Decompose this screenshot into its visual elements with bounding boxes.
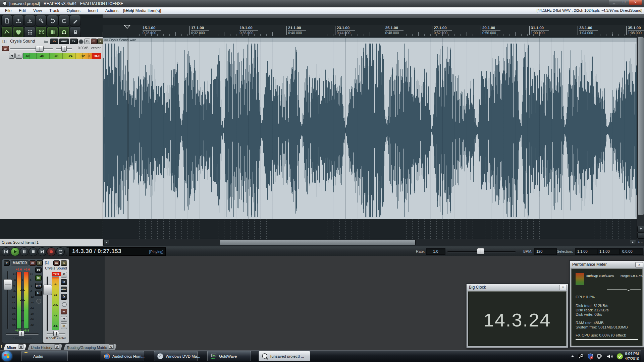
tab-routing-grouping-matrix[interactable]: Routing/Grouping Matrix✕ (63, 344, 117, 350)
go-to-end-button[interactable] (38, 247, 47, 256)
master-peak-left[interactable]: +3.6 (16, 268, 22, 271)
vertical-scrollbar[interactable]: + − (637, 36, 644, 239)
network-plug-icon[interactable] (597, 353, 603, 360)
menu-item[interactable]: View (30, 7, 46, 14)
master-help-button[interactable]: ? (4, 260, 10, 266)
track-env-button[interactable]: env (59, 39, 69, 44)
track-mute-button[interactable]: m (91, 39, 97, 44)
rate-field[interactable]: 1.0 (426, 248, 445, 255)
steam-icon[interactable] (578, 353, 584, 360)
record-arm-button[interactable] (78, 39, 84, 44)
taskbar-button-firefox[interactable]: Audioholics Hom... (101, 351, 144, 361)
master-solo-button[interactable]: s (36, 260, 43, 266)
volume-slider-thumb[interactable] (36, 46, 44, 52)
play-marker-icon[interactable] (124, 25, 130, 29)
edit-tool-button[interactable] (70, 15, 81, 26)
menu-item[interactable]: Options (63, 7, 84, 14)
master-env-button[interactable]: env (35, 283, 42, 289)
strip-io-button[interactable]: io (61, 279, 67, 285)
maximize-button[interactable]: ❐ (619, 0, 629, 5)
strip-arm-auto-button[interactable]: ar (61, 309, 67, 314)
project-settings-button[interactable] (36, 15, 47, 26)
selection-start-field[interactable]: 1.1.00 (575, 248, 598, 255)
strip-input-button[interactable]: in (61, 323, 67, 329)
master-fx-button[interactable]: fx (35, 291, 42, 296)
horizontal-scroll-thumb[interactable] (220, 240, 416, 245)
meter-peak-readout[interactable]: +0.0 (92, 53, 101, 59)
volume-icon[interactable] (606, 353, 613, 360)
menu-item[interactable]: File (1, 7, 15, 14)
tab-undo-history[interactable]: Undo History✕ (27, 344, 63, 350)
master-io-button[interactable]: io (35, 275, 42, 281)
horizontal-scrollbar[interactable]: ◄ ► (103, 239, 637, 246)
minimize-button[interactable]: ▁ (609, 0, 619, 5)
undo-button[interactable] (47, 15, 58, 26)
zoom-corner-buttons[interactable]: + − (637, 239, 644, 246)
pan-slider-thumb[interactable] (61, 46, 67, 52)
vertical-scroll-thumb[interactable] (638, 37, 644, 215)
menu-item[interactable]: Edit (15, 7, 30, 14)
zoom-out-vertical-button[interactable]: − (637, 232, 644, 239)
big-clock-titlebar[interactable]: Big Clock x (467, 284, 568, 291)
master-peak-right[interactable]: +3.6 (24, 268, 30, 271)
track-fx-button[interactable]: fx (70, 39, 78, 44)
play-button[interactable] (11, 247, 19, 256)
fx-cpu-use[interactable]: FX CPU use: 0.00% (0 effect) (576, 333, 626, 337)
save-project-button[interactable] (24, 15, 35, 26)
arrange-view[interactable]: << Crysis Sound.wav (103, 36, 637, 239)
track-name[interactable]: Crysis Sound (10, 39, 35, 44)
master-name[interactable]: MASTER (11, 260, 29, 265)
tab-mixer[interactable]: Mixer✕ (3, 344, 27, 350)
phase-button[interactable]: ⊘ (84, 39, 90, 44)
rate-slider-thumb[interactable] (477, 248, 484, 254)
selection-end-field[interactable]: 1.1.00 (597, 248, 620, 255)
strip-track-name[interactable]: Crysis Sound (43, 266, 69, 270)
big-clock-close-button[interactable]: x (559, 285, 567, 290)
cpu-usage[interactable]: CPU: 0.2% (576, 295, 595, 299)
new-project-button[interactable] (1, 15, 12, 26)
taskbar-button-goldwave[interactable]: GW GoldWave (207, 351, 251, 361)
zoom-in-vertical-button[interactable]: + (637, 226, 644, 232)
empty-track-space[interactable] (103, 219, 637, 239)
title-bar[interactable]: [unsaved project] - REAPER v3.4/x64 - EV… (0, 0, 644, 7)
antivirus-shield-icon[interactable] (587, 353, 593, 360)
track-solo-button[interactable]: s (97, 39, 103, 44)
time-display[interactable]: 14.3.30 / 0:27.153 [Playing] (69, 247, 166, 256)
strip-solo-button[interactable]: s (61, 260, 67, 266)
master-mute-button[interactable]: m (30, 260, 36, 266)
performance-meter-titlebar[interactable]: Performance Meter x (570, 261, 644, 268)
go-to-start-button[interactable] (2, 247, 10, 256)
strip-fx-button[interactable]: fx (61, 294, 67, 300)
docked-views-button[interactable] (47, 26, 58, 38)
strip-phase-button[interactable]: ⊘ (61, 272, 67, 278)
pause-button[interactable] (20, 247, 29, 256)
arm-auto-button[interactable]: ar (2, 46, 9, 51)
menu-item[interactable]: Actions (102, 7, 122, 14)
tab-close-icon[interactable]: ✕ (109, 344, 114, 349)
record-button[interactable] (47, 247, 56, 256)
strip-fader-thumb[interactable] (43, 285, 52, 295)
show-hidden-icons-button[interactable] (571, 355, 574, 357)
grid-settings-button[interactable] (24, 26, 35, 38)
scroll-right-button[interactable]: ► (630, 240, 636, 245)
performance-meter-close-button[interactable]: x (635, 262, 643, 267)
bpm-field[interactable]: 120 (534, 248, 557, 255)
master-fx-enable[interactable] (36, 299, 41, 304)
selection-length-field[interactable]: 0.0.00 (620, 248, 643, 255)
strip-monitor-button[interactable]: ◄ (61, 316, 67, 322)
taskbar-button-dvd-maker[interactable]: Windows DVD Ma... (154, 351, 198, 361)
snap-magnet-button[interactable] (58, 26, 69, 38)
close-button[interactable]: ✕ (629, 0, 642, 5)
master-mono-button[interactable]: ⋈ (35, 267, 42, 273)
input-button[interactable]: in (15, 53, 22, 59)
menu-item[interactable]: Insert (84, 7, 102, 14)
start-button[interactable] (2, 351, 12, 361)
master-pan-thumb[interactable] (18, 331, 24, 337)
folder-icon[interactable] (44, 40, 48, 44)
redo-button[interactable] (58, 15, 69, 26)
tab-close-icon[interactable]: ✕ (54, 344, 59, 349)
strip-pan-thumb[interactable] (53, 331, 59, 337)
strip-env-button[interactable]: env (61, 287, 67, 292)
taskbar-button-reaper[interactable]: [unsaved project] ... (259, 351, 310, 361)
taskbar-button-audio[interactable]: Audio (21, 351, 68, 361)
